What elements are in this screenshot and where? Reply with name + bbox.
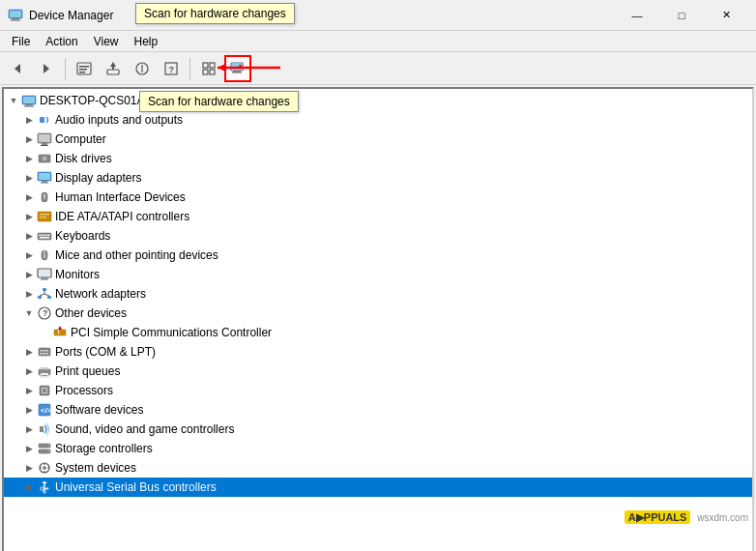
tree-print[interactable]: ▶ Print queues (4, 362, 752, 381)
software-label: Software devices (55, 403, 143, 417)
audio-icon (37, 112, 52, 128)
ide-label: IDE ATA/ATAPI controllers (55, 210, 189, 223)
monitors-expander[interactable]: ▶ (21, 267, 37, 282)
svg-point-46 (44, 197, 45, 199)
svg-line-67 (40, 294, 44, 296)
ide-icon (37, 209, 52, 224)
tree-audio[interactable]: ▶ Audio inputs and outputs (4, 110, 752, 130)
svg-text:?: ? (43, 308, 48, 318)
svg-marker-102 (42, 481, 47, 483)
tree-disk[interactable]: ▶ Disk drives (4, 149, 752, 168)
tree-display[interactable]: ▶ Display adapters (4, 168, 752, 188)
svg-point-106 (44, 491, 45, 493)
svg-rect-35 (42, 143, 47, 145)
sound-icon (37, 421, 52, 437)
keyboard-expander[interactable]: ▶ (21, 228, 37, 244)
tree-system[interactable]: ▶ System devices (4, 458, 752, 478)
other-expander[interactable]: ▼ (21, 305, 37, 321)
menu-view[interactable]: View (86, 31, 127, 52)
svg-text:!: ! (58, 329, 60, 335)
menu-help[interactable]: Help (127, 31, 166, 52)
svg-rect-10 (107, 70, 119, 74)
system-expander[interactable]: ▶ (21, 460, 37, 476)
storage-expander[interactable]: ▶ (21, 441, 37, 456)
keyboard-label: Keyboards (55, 229, 110, 243)
svg-point-93 (47, 445, 49, 447)
svg-rect-64 (38, 296, 42, 299)
print-expander[interactable]: ▶ (21, 363, 37, 379)
tree-processors[interactable]: ▶ Processors (4, 381, 752, 400)
computer-icon (37, 131, 52, 147)
svg-point-39 (44, 158, 44, 159)
mice-expander[interactable]: ▶ (21, 247, 37, 263)
maximize-button[interactable]: □ (659, 0, 704, 31)
disk-icon (37, 151, 52, 166)
hid-label: Human Interface Devices (55, 190, 186, 204)
tree-usb[interactable]: ▶ Universal Serial Bus controllers (4, 478, 752, 497)
svg-rect-90 (40, 426, 44, 432)
toolbar: ? (0, 52, 756, 85)
processors-expander[interactable]: ▶ (21, 383, 37, 398)
tree-computer[interactable]: ▶ Computer (4, 130, 752, 149)
software-icon: </> (37, 402, 52, 418)
close-button[interactable]: ✕ (704, 0, 748, 31)
tree-monitors[interactable]: ▶ Monitors (4, 265, 752, 284)
usb-expander[interactable]: ▶ (21, 479, 37, 495)
svg-marker-27 (218, 64, 225, 72)
sound-label: Sound, video and game controllers (55, 422, 234, 436)
processors-icon (37, 383, 52, 398)
monitors-label: Monitors (55, 268, 100, 281)
tree-network[interactable]: ▶ Network adapters (4, 284, 752, 304)
computer-label: Computer (55, 132, 106, 146)
ide-expander[interactable]: ▶ (21, 209, 37, 224)
root-expander[interactable]: ▼ (6, 93, 21, 108)
tree-storage[interactable]: ▶ Storage controllers (4, 439, 752, 458)
tree-ports[interactable]: ▶ Ports (COM & LPT) (4, 342, 752, 362)
minimize-button[interactable]: — (615, 0, 659, 31)
toolbar-sep-2 (189, 58, 190, 79)
disable-button[interactable] (129, 55, 156, 82)
forward-button[interactable] (33, 55, 60, 82)
help-button[interactable]: ? (158, 55, 185, 82)
svg-rect-62 (39, 270, 50, 276)
title-bar-controls: — □ ✕ (615, 0, 748, 31)
tree-keyboard[interactable]: ▶ Keyboards (4, 226, 752, 246)
audio-expander[interactable]: ▶ (21, 112, 37, 128)
svg-rect-1 (12, 18, 19, 20)
tree-sound[interactable]: ▶ Sound, video and game controllers (4, 420, 752, 439)
menu-action[interactable]: Action (38, 31, 85, 52)
tree-software[interactable]: ▶ </> Software devices (4, 400, 752, 420)
hid-expander[interactable]: ▶ (21, 189, 37, 205)
system-label: System devices (55, 461, 136, 475)
svg-rect-65 (47, 296, 51, 299)
computer-expander[interactable]: ▶ (21, 131, 37, 147)
tree-ide[interactable]: ▶ IDE ATA/ATAPI controllers (4, 207, 752, 226)
system-icon (37, 460, 52, 476)
tree-view[interactable]: Scan for hardware changes ▼ DESKTOP-QCS0… (4, 89, 752, 551)
ports-label: Ports (COM & LPT) (55, 345, 156, 359)
software-expander[interactable]: ▶ (21, 402, 37, 418)
tree-root[interactable]: ▼ DESKTOP-QCS01A9 (4, 91, 752, 110)
svg-rect-87 (43, 389, 46, 392)
svg-rect-80 (46, 353, 48, 355)
print-icon (37, 363, 52, 379)
tooltip: Scan for hardware changes (135, 3, 295, 24)
sound-expander[interactable]: ▶ (21, 421, 37, 437)
tree-other[interactable]: ▼ ? Other devices (4, 304, 752, 323)
back-button[interactable] (4, 55, 31, 82)
properties-button[interactable] (71, 55, 98, 82)
tree-mice[interactable]: ▶ Mice and other pointing devices (4, 246, 752, 265)
display-expander[interactable]: ▶ (21, 170, 37, 186)
tree-pci[interactable]: ▶ ! PCI Simple Communications Controller (4, 323, 752, 342)
menu-file[interactable]: File (4, 31, 38, 52)
svg-rect-61 (41, 279, 48, 280)
other-label: Other devices (55, 306, 127, 320)
tree-hid[interactable]: ▶ Human Interface Devices (4, 188, 752, 207)
display-label: Display adapters (55, 171, 141, 185)
update-driver-button[interactable] (100, 55, 127, 82)
network-expander[interactable]: ▶ (21, 286, 37, 302)
svg-rect-71 (54, 330, 66, 335)
svg-rect-30 (24, 106, 34, 107)
disk-expander[interactable]: ▶ (21, 151, 37, 166)
ports-expander[interactable]: ▶ (21, 344, 37, 360)
